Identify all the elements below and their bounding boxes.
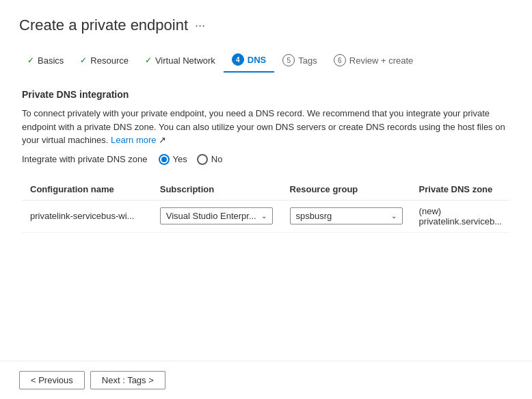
wizard-step-review-create[interactable]: 6 Review + create <box>325 49 422 72</box>
col-header-config: Configuration name <box>22 179 152 201</box>
integrate-row: Integrate with private DNS zone Yes No <box>22 154 510 165</box>
wizard-step-resource-label: Resource <box>90 55 129 66</box>
wizard-step-basics-label: Basics <box>38 55 64 66</box>
wizard-step-virtual-network-label: Virtual Network <box>155 55 215 66</box>
cell-resource-group: spsbusrg ⌄ <box>282 200 411 232</box>
content-area: Private DNS integration To connect priva… <box>19 89 513 233</box>
table-header-row: Configuration name Subscription Resource… <box>22 179 510 201</box>
cell-config-name: privatelink-servicebus-wi... <box>22 200 152 232</box>
integrate-label: Integrate with private DNS zone <box>22 154 148 164</box>
wizard-step-tags-label: Tags <box>298 55 317 66</box>
col-header-resource-group: Resource group <box>282 179 411 201</box>
cell-subscription: Visual Studio Enterpr... ⌄ <box>152 200 282 232</box>
resource-group-dropdown-arrow: ⌄ <box>391 212 397 220</box>
more-options-icon[interactable]: ··· <box>195 18 205 33</box>
radio-option-no[interactable]: No <box>197 154 223 165</box>
wizard-step-resource[interactable]: ✓ Resource <box>72 50 137 71</box>
radio-yes-input[interactable] <box>159 154 170 165</box>
col-header-subscription: Subscription <box>152 179 282 201</box>
table-row: privatelink-servicebus-wi... Visual Stud… <box>22 200 510 232</box>
next-button[interactable]: Next : Tags > <box>90 371 165 389</box>
subscription-dropdown-value: Visual Studio Enterpr... <box>166 211 256 221</box>
previous-button[interactable]: < Previous <box>19 371 85 389</box>
wizard-steps: ✓ Basics ✓ Resource ✓ Virtual Network 4 … <box>19 48 513 73</box>
wizard-step-review-label: Review + create <box>349 55 414 66</box>
check-icon-basics: ✓ <box>27 55 34 65</box>
wizard-step-basics[interactable]: ✓ Basics <box>19 50 72 71</box>
external-link-icon: ↗ <box>159 135 166 145</box>
wizard-step-virtual-network[interactable]: ✓ Virtual Network <box>137 50 224 71</box>
subscription-dropdown-arrow: ⌄ <box>261 212 267 220</box>
footer-bar: < Previous Next : Tags > <box>0 361 532 399</box>
check-icon-virtual-network: ✓ <box>145 55 152 65</box>
radio-no-input[interactable] <box>197 154 208 165</box>
radio-yes-label: Yes <box>173 154 187 164</box>
check-icon-resource: ✓ <box>80 55 87 65</box>
radio-no-label: No <box>211 154 223 164</box>
dns-table: Configuration name Subscription Resource… <box>22 179 510 233</box>
page-title-container: Create a private endpoint ··· <box>19 16 513 34</box>
subscription-dropdown[interactable]: Visual Studio Enterpr... ⌄ <box>160 207 273 224</box>
step-circle-dns: 4 <box>232 53 244 66</box>
step-circle-review: 6 <box>334 54 346 66</box>
radio-group: Yes No <box>159 154 223 165</box>
description-text: To connect privately with your private e… <box>22 107 510 147</box>
cell-private-dns-zone: (new) privatelink.serviceb... <box>411 200 510 232</box>
wizard-step-dns[interactable]: 4 DNS <box>224 48 274 73</box>
section-title: Private DNS integration <box>22 89 510 100</box>
radio-option-yes[interactable]: Yes <box>159 154 187 165</box>
step-circle-tags: 5 <box>282 54 295 66</box>
wizard-step-tags[interactable]: 5 Tags <box>274 49 325 72</box>
resource-group-dropdown-value: spsbusrg <box>296 211 332 221</box>
wizard-step-dns-label: DNS <box>248 55 266 65</box>
col-header-private-dns-zone: Private DNS zone <box>411 179 510 201</box>
resource-group-dropdown[interactable]: spsbusrg ⌄ <box>290 207 403 224</box>
page-title: Create a private endpoint <box>19 16 188 34</box>
learn-more-link[interactable]: Learn more <box>111 135 156 145</box>
